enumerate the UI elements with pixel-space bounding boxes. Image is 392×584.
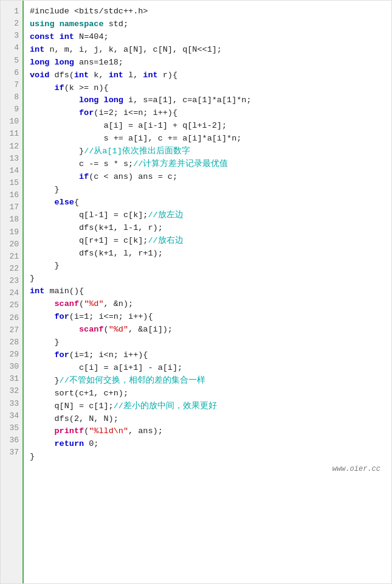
token-normal: } (30, 274, 35, 283)
code-line: dfs(k+1, l-1, r); (30, 222, 387, 235)
token-normal (30, 325, 79, 334)
line-number: 19 (1, 226, 22, 238)
code-line: for(i=1; i<=n; i++){ (30, 311, 387, 324)
token-normal: } (30, 261, 60, 270)
code-line: scanf("%d", &n); (30, 298, 387, 311)
token-kw-blue: int (143, 71, 157, 80)
token-kw-teal: using (30, 19, 55, 29)
line-numbers: 1234567891011121314151617181920212223242… (1, 1, 24, 583)
line-number: 18 (1, 214, 22, 226)
line-number: 6 (1, 67, 22, 79)
token-comment-teal: //计算方差并记录最优值 (133, 159, 228, 169)
token-fn-pink: scanf (79, 325, 104, 334)
code-line: long long i, s=a[1], c=a[1]*a[1]*n; (30, 94, 387, 107)
token-normal (98, 96, 103, 105)
token-kw-blue: int (109, 71, 123, 80)
line-number: 2 (1, 18, 22, 30)
token-normal (30, 312, 55, 321)
line-number: 7 (1, 79, 22, 91)
token-comment-teal: //不管如何交换，相邻的差的集合一样 (60, 376, 205, 385)
code-line: s += a[i], c += a[i]*a[i]*n; (30, 133, 387, 145)
code-container: 1234567891011121314151617181920212223242… (0, 0, 392, 584)
line-number: 17 (1, 201, 22, 214)
token-kw-blue: const (30, 32, 55, 41)
token-normal: ans=1e18; (74, 58, 123, 67)
token-normal: , ans); (128, 426, 163, 436)
token-normal: l, (123, 71, 143, 80)
code-line: int n, m, i, j, k, a[N], c[N], q[N<<1]; (30, 44, 387, 57)
code-line: } (30, 260, 387, 273)
token-fn-pink: printf (55, 426, 84, 436)
token-comment-teal: //差小的放中间，效果更好 (114, 401, 217, 411)
token-normal: } (30, 338, 60, 347)
line-number: 25 (1, 299, 22, 311)
token-normal: } (30, 147, 84, 156)
code-line: printf("%lld\n", ans); (30, 425, 387, 438)
token-normal: dfs(k+1, l, r+1); (30, 249, 163, 258)
line-number: 36 (1, 434, 22, 447)
line-number: 32 (1, 385, 22, 397)
code-line: if(k >= n){ (30, 82, 387, 95)
token-normal (30, 96, 79, 105)
token-normal: (k >= n){ (64, 83, 109, 92)
token-normal: ( (79, 299, 84, 308)
code-line: } (30, 184, 387, 196)
token-fn-pink: scanf (55, 299, 80, 308)
token-normal: , &a[i]); (128, 325, 173, 334)
token-normal: q[N] = c[1]; (30, 401, 114, 411)
token-str-red: "%d" (109, 325, 128, 334)
token-normal (30, 83, 55, 92)
line-number: 20 (1, 238, 22, 251)
line-number: 5 (1, 55, 22, 67)
token-kw-blue: if (55, 83, 64, 92)
code-line: else{ (30, 196, 387, 209)
token-normal: dfs(k+1, l-1, r); (30, 223, 163, 232)
token-normal (30, 426, 55, 436)
line-number: 30 (1, 361, 22, 373)
token-kw-blue: for (55, 350, 69, 360)
code-line: } (30, 273, 387, 285)
line-number: 12 (1, 141, 22, 153)
line-number: 31 (1, 373, 22, 385)
token-normal (30, 350, 55, 360)
token-normal: (i=1; i<n; i++){ (69, 350, 148, 360)
line-number: 14 (1, 165, 22, 177)
token-normal (30, 108, 79, 117)
code-line: for(i=1; i<n; i++){ (30, 349, 387, 362)
line-number: 10 (1, 116, 22, 128)
token-normal (30, 299, 55, 308)
token-kw-blue: else (55, 198, 74, 207)
token-normal (49, 58, 54, 67)
line-number: 3 (1, 30, 22, 42)
token-kw-blue: int (30, 287, 44, 296)
token-normal (30, 172, 79, 181)
token-normal: } (30, 185, 60, 194)
line-number: 9 (1, 103, 22, 116)
code-line: c -= s * s;//计算方差并记录最优值 (30, 158, 387, 171)
code-line: c[i] = a[i+1] - a[i]; (30, 362, 387, 375)
token-normal: } (30, 376, 60, 385)
token-kw-blue: for (55, 312, 69, 321)
line-number: 11 (1, 128, 22, 140)
code-line: www.oier.cc (30, 464, 387, 475)
token-normal: { (74, 198, 79, 207)
token-normal: s += a[i], c += a[i]*a[i]*n; (30, 134, 241, 143)
token-normal (55, 19, 60, 29)
line-number: 29 (1, 349, 22, 361)
token-normal: } (30, 452, 35, 461)
token-normal: 0; (84, 439, 98, 448)
token-kw-blue: int (30, 45, 44, 54)
line-number: 1 (1, 5, 22, 18)
token-normal: n, m, i, j, k, a[N], c[N], q[N<<1]; (44, 45, 222, 54)
token-kw-blue: return (55, 439, 84, 448)
token-comment-teal: //从a[1]依次推出后面数字 (84, 147, 190, 156)
line-number: 24 (1, 287, 22, 299)
code-line: dfs(k+1, l, r+1); (30, 248, 387, 260)
code-line: }//不管如何交换，相邻的差的集合一样 (30, 375, 387, 388)
token-normal: N=404; (74, 32, 109, 41)
token-kw-blue: int (74, 71, 89, 80)
code-line: return 0; (30, 438, 387, 451)
token-kw-blue: int (60, 32, 74, 41)
code-line: if(c < ans) ans = c; (30, 171, 387, 184)
code-line: } (30, 336, 387, 349)
